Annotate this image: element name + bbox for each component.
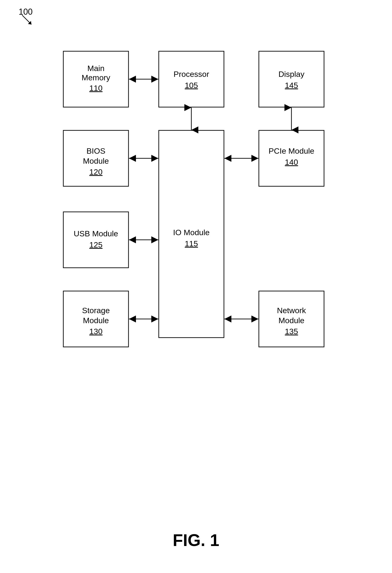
architecture-diagram: Main Memory 110 Processor 105 Display 14… bbox=[56, 37, 336, 445]
svg-text:Module: Module bbox=[83, 157, 109, 165]
figure-caption: FIG. 1 bbox=[173, 531, 219, 550]
svg-text:135: 135 bbox=[285, 327, 298, 336]
processor-box bbox=[159, 51, 224, 107]
svg-text:Module: Module bbox=[278, 316, 304, 325]
svg-text:105: 105 bbox=[185, 81, 198, 90]
svg-text:145: 145 bbox=[285, 81, 298, 90]
ref-arrow-icon bbox=[20, 13, 34, 27]
svg-text:IO Module: IO Module bbox=[173, 228, 210, 237]
svg-text:USB Module: USB Module bbox=[74, 229, 118, 238]
svg-text:Network: Network bbox=[277, 306, 306, 315]
svg-text:115: 115 bbox=[185, 239, 198, 248]
svg-text:125: 125 bbox=[89, 240, 103, 249]
svg-text:110: 110 bbox=[89, 84, 103, 92]
svg-text:PCIe Module: PCIe Module bbox=[269, 146, 315, 155]
svg-text:Processor: Processor bbox=[173, 70, 209, 78]
svg-text:BIOS: BIOS bbox=[86, 146, 105, 155]
usb-module-box bbox=[63, 212, 128, 268]
svg-text:120: 120 bbox=[89, 167, 103, 176]
svg-text:Module: Module bbox=[83, 316, 109, 325]
svg-text:140: 140 bbox=[285, 158, 298, 166]
svg-text:Memory: Memory bbox=[82, 73, 110, 82]
svg-text:130: 130 bbox=[89, 327, 103, 336]
svg-text:Storage: Storage bbox=[82, 306, 110, 315]
svg-text:Main: Main bbox=[87, 64, 105, 73]
display-box bbox=[259, 51, 324, 107]
svg-text:Display: Display bbox=[278, 70, 304, 78]
